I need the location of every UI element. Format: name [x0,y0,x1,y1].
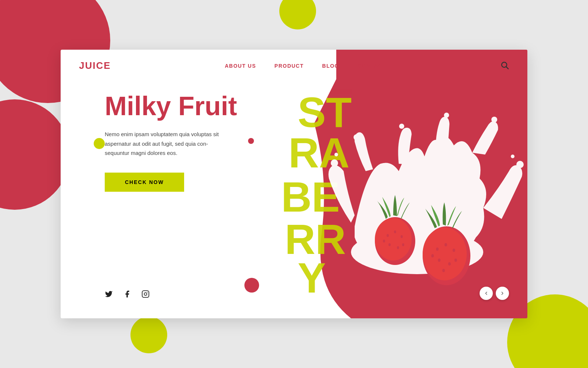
logo: JUICE [79,60,111,71]
search-button[interactable] [500,61,509,71]
search-icon [500,61,509,70]
svg-point-9 [516,161,524,168]
svg-point-10 [354,134,359,140]
svg-point-18 [387,234,389,237]
svg-point-13 [444,113,449,118]
nav-blog[interactable]: BLOG [322,63,339,69]
bg-circle-yellow-top-center [279,0,316,29]
svg-line-1 [506,67,508,69]
svg-point-20 [401,235,403,238]
social-icons [105,290,150,300]
instagram-icon[interactable] [141,290,150,300]
hero-image-area: ST RA BE RR Y [277,50,527,318]
svg-point-14 [334,153,338,156]
nav-contact[interactable]: CONTACT [358,63,386,69]
hero-description: Nemo enim ipsam voluptatem quia voluptas… [105,130,222,158]
svg-point-28 [445,243,447,247]
svg-text:Y: Y [298,254,326,301]
svg-point-37 [147,292,148,293]
nav-product[interactable]: PRODUCT [275,63,304,69]
svg-point-24 [402,243,404,246]
bg-circle-yellow-bottom-left [130,316,167,353]
chevron-right-icon [500,291,505,296]
svg-point-27 [436,248,439,251]
svg-point-31 [448,262,451,266]
svg-point-15 [511,155,514,158]
prev-arrow-button[interactable] [480,287,493,300]
svg-point-21 [388,243,391,246]
nav-arrows [480,287,509,300]
svg-point-23 [383,240,385,243]
main-card: JUICE ABOUT US PRODUCT BLOG CONTACT Milk… [61,50,527,318]
header: JUICE ABOUT US PRODUCT BLOG CONTACT [61,50,527,82]
chevron-left-icon [484,291,489,296]
svg-point-29 [453,249,455,252]
svg-point-36 [144,293,147,295]
svg-rect-35 [142,291,149,297]
hero-bg-svg: ST RA BE RR Y [277,50,527,318]
next-arrow-button[interactable] [496,287,509,300]
svg-point-22 [397,246,399,249]
svg-point-32 [431,254,434,258]
dot-red-bottom-mid [244,278,259,293]
svg-point-34 [442,269,445,272]
bg-circle-red-left-mid [0,99,70,210]
svg-point-26 [423,227,467,280]
svg-text:ST: ST [298,89,352,136]
main-nav: ABOUT US PRODUCT BLOG CONTACT [225,63,386,69]
svg-point-19 [394,230,396,233]
svg-point-8 [331,159,338,167]
twitter-icon[interactable] [105,290,113,300]
facebook-icon[interactable] [123,290,131,300]
svg-point-33 [455,259,457,262]
svg-point-11 [491,117,497,123]
nav-about-us[interactable]: ABOUT US [225,63,256,69]
svg-point-12 [399,124,404,129]
svg-point-17 [375,218,412,261]
check-now-button[interactable]: CHECK NOW [105,173,184,192]
svg-point-30 [438,259,441,262]
